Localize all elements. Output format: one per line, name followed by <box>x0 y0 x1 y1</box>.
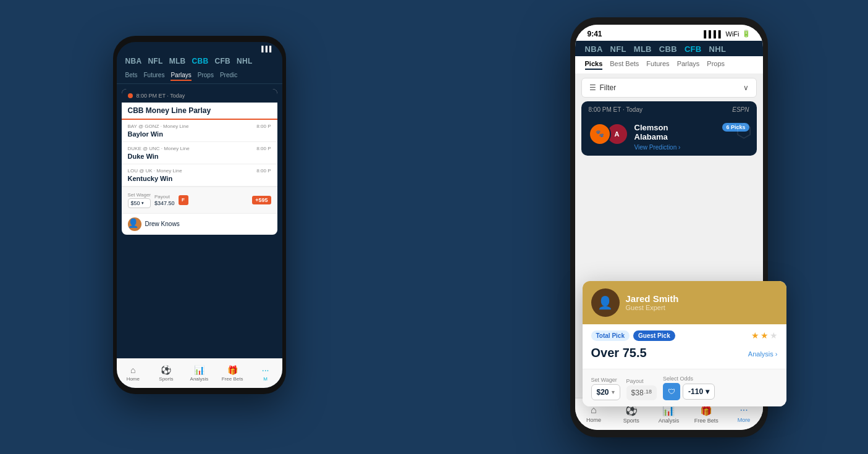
sports-nav-nba[interactable]: NBA <box>125 57 142 65</box>
analysis-label: Analysis <box>659 418 680 424</box>
tab-best-bets[interactable]: Best Bets <box>610 60 639 70</box>
tab-parlays[interactable]: Parlays <box>171 72 191 81</box>
sportsbook-shield-icon: 🛡 <box>663 383 680 400</box>
battery-icon: 🔋 <box>742 30 751 38</box>
odds-badge: +595 <box>252 196 271 204</box>
view-prediction-link[interactable]: View Prediction › <box>634 144 717 151</box>
wager-section: Set Wager $20 ▾ Payout $38.18 Select Odd… <box>583 369 786 406</box>
game-time: 8:00 PM ET · Today <box>589 106 643 113</box>
more-dots-icon: ··· <box>739 405 748 416</box>
user-avatar: 👤 <box>128 217 141 231</box>
wager-select[interactable]: $50▾ <box>128 198 151 208</box>
tab-parlays[interactable]: Parlays <box>677 60 700 70</box>
sports-nav-nhl[interactable]: NHL <box>237 57 253 65</box>
bet-item-3: LOU @ UK · Money Line 8:00 P Kentucky Wi… <box>122 164 277 187</box>
phone-back-tabs: Bets Futures Parlays Props Predic <box>117 69 282 84</box>
analysis-link[interactable]: Analysis › <box>748 350 778 358</box>
nav-analysis[interactable]: 📊 Analysis <box>183 359 216 388</box>
front-nav-mlb[interactable]: MLB <box>634 44 652 54</box>
wager-row: Set Wager $50▾ Payout $347.50 F +595 <box>122 187 277 213</box>
bet-label-1: BAY @ GONZ · Money Line 8:00 P <box>128 124 271 129</box>
phone-back-screen: ▌▌▌ NBA NFL MLB CBB CFB NHL Bets Futures… <box>117 42 282 388</box>
more-label: More <box>738 417 751 423</box>
front-nav-nba[interactable]: NBA <box>585 44 603 54</box>
expert-header: 👤 Jared Smith Guest Expert <box>583 281 786 324</box>
payout-display: $38.18 <box>626 385 657 400</box>
game-card-body: 🐾 A Clemson Alabama View Prediction › <box>581 118 757 156</box>
expert-card: 👤 Jared Smith Guest Expert Total Pick Gu… <box>583 281 786 406</box>
pick-row: Over 75.5 Analysis › <box>591 346 778 363</box>
sports-nav-mlb[interactable]: MLB <box>169 57 186 65</box>
pick-value: Over 75.5 <box>591 346 647 360</box>
front-nav-cbb[interactable]: CBB <box>659 44 677 54</box>
card-title: CBB Money Line Parlay <box>122 103 277 120</box>
game-card-inner: 8:00 PM ET · Today ESPN 🐾 A <box>581 101 757 156</box>
front-tabs: Picks Best Bets Futures Parlays Props <box>575 56 763 74</box>
star-3: ★ <box>770 330 778 340</box>
wifi-icon: WiFi <box>726 30 739 38</box>
star-rating: ★ ★ ★ <box>751 330 778 340</box>
card-time-label: 8:00 PM ET · Today <box>137 93 185 99</box>
status-time: 9:41 <box>588 30 602 38</box>
nav-sports-label: Sports <box>159 376 173 382</box>
nav-analysis-label: Analysis <box>190 376 209 382</box>
game-network: ESPN <box>732 106 749 113</box>
nav-more[interactable]: ··· M <box>249 359 282 388</box>
phone-back-bottom-nav: ⌂ Home ⚽ Sports 📊 Analysis 🎁 Free Bets ·… <box>117 358 282 388</box>
wager-group: Set Wager $20 ▾ <box>591 377 620 400</box>
bet-name-2: Duke Win <box>128 153 271 160</box>
signal-icon: ▌▌▌ <box>261 46 273 52</box>
freebets-icon: 🎁 <box>227 365 238 375</box>
nav-home[interactable]: ⌂ Home <box>117 359 150 388</box>
payout-group: Payout $38.18 <box>626 378 657 400</box>
odds-input[interactable]: -110 ▾ <box>683 384 715 400</box>
odds-chevron-icon: ▾ <box>706 387 709 396</box>
tab-predic[interactable]: Predic <box>220 72 237 81</box>
nav-freebets-label: Free Bets <box>222 376 243 382</box>
team-names: Clemson Alabama View Prediction › <box>634 123 717 151</box>
bet-label-3: LOU @ UK · Money Line 8:00 P <box>128 168 271 174</box>
front-nav-cfb[interactable]: CFB <box>685 44 702 54</box>
tab-futures[interactable]: Futures <box>144 72 165 81</box>
tab-bets[interactable]: Bets <box>125 72 138 81</box>
wager-input[interactable]: $20 ▾ <box>591 384 620 400</box>
nav-freebets[interactable]: 🎁 Free Bets <box>216 359 249 388</box>
tab-props[interactable]: Props <box>707 60 725 70</box>
team1-name: Clemson <box>634 123 717 132</box>
front-nav-nfl[interactable]: NFL <box>610 44 626 54</box>
watermark-icon: ⬡ <box>736 120 752 141</box>
payout-value: $347.50 <box>154 200 175 206</box>
card-header: 8:00 PM ET · Today <box>122 89 277 103</box>
chevron-down-icon: ∨ <box>743 83 749 92</box>
sports-icon: ⚽ <box>161 365 171 375</box>
phone-back: ▌▌▌ NBA NFL MLB CBB CFB NHL Bets Futures… <box>113 36 286 394</box>
expert-name: Jared Smith <box>626 293 679 304</box>
tab-futures[interactable]: Futures <box>646 60 669 70</box>
sports-nav-nfl[interactable]: NFL <box>148 57 162 65</box>
payout-label: Payout <box>154 194 175 200</box>
star-1: ★ <box>751 330 759 340</box>
sports-nav-cfb[interactable]: CFB <box>214 57 230 65</box>
front-nav-nhl[interactable]: NHL <box>709 44 727 54</box>
freebets-label: Free Bets <box>694 418 718 424</box>
payout-amount: $38 <box>631 389 644 397</box>
expert-avatar: 👤 <box>591 288 620 317</box>
nav-home-label: Home <box>127 376 140 382</box>
wager-amount: $20 <box>597 388 609 397</box>
nav-sports[interactable]: ⚽ Sports <box>150 359 183 388</box>
odds-group: Select Odds 🛡 -110 ▾ <box>663 376 715 400</box>
bet-name-1: Baylor Win <box>128 130 271 138</box>
star-2: ★ <box>761 330 769 340</box>
filter-row[interactable]: ☰ Filter ∨ <box>581 78 757 98</box>
sportsbook-logo: F <box>179 195 188 205</box>
pick-tags: Total Pick Guest Pick ★ ★ ★ <box>591 330 778 341</box>
tab-props[interactable]: Props <box>198 72 214 81</box>
phone-back-topbar: ▌▌▌ <box>117 42 282 53</box>
tab-picks[interactable]: Picks <box>585 60 603 70</box>
expert-info: Jared Smith Guest Expert <box>626 293 679 311</box>
phone-back-card: 8:00 PM ET · Today CBB Money Line Parlay… <box>122 89 277 235</box>
sports-nav-cbb[interactable]: CBB <box>192 57 209 65</box>
bet-name-3: Kentucky Win <box>128 175 271 182</box>
more-icon: ··· <box>262 365 269 375</box>
payout-label: Payout <box>626 378 657 384</box>
